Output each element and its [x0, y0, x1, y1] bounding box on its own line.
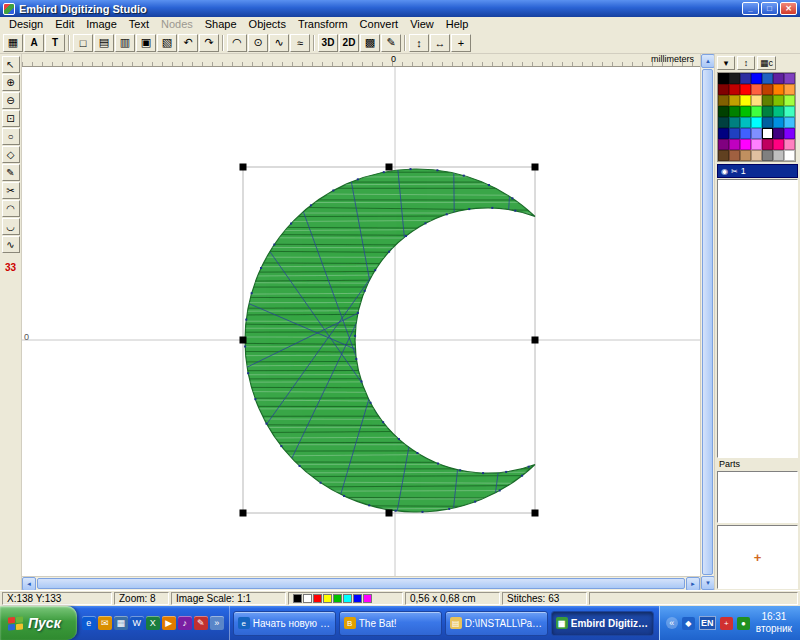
curve-tool[interactable]: ◡: [2, 218, 20, 235]
menu-item-image[interactable]: Image: [80, 17, 123, 32]
palette-swatch[interactable]: [762, 128, 773, 139]
menu-item-design[interactable]: Design: [3, 17, 49, 32]
mail-quicklaunch-icon[interactable]: ✉: [98, 616, 112, 630]
tray-monitor-icon[interactable]: ●: [737, 617, 750, 630]
language-indicator[interactable]: EN: [699, 616, 716, 630]
task-button[interactable]: eНачать новую тему :: В...: [233, 611, 336, 636]
flip-horizontal-button[interactable]: ↔: [430, 34, 450, 52]
copy-button[interactable]: ▧: [157, 34, 177, 52]
music-player-icon[interactable]: ♪: [178, 616, 192, 630]
palette-swatch[interactable]: [751, 106, 762, 117]
quicklaunch-overflow-icon[interactable]: »: [210, 616, 224, 630]
minimize-button[interactable]: _: [742, 2, 759, 15]
node-edit-button[interactable]: ⊙: [248, 34, 268, 52]
palette-swatch[interactable]: [729, 150, 740, 161]
design-svg[interactable]: [22, 67, 700, 576]
ie-quicklaunch-icon[interactable]: e: [82, 616, 96, 630]
selection-handle[interactable]: [240, 164, 247, 171]
palette-swatch[interactable]: [773, 73, 784, 84]
palette-swatch[interactable]: [729, 117, 740, 128]
fill-mode-button[interactable]: ≈: [290, 34, 310, 52]
menu-item-shape[interactable]: Shape: [199, 17, 243, 32]
knife-tool[interactable]: ✂: [2, 182, 20, 199]
tray-chevron-icon[interactable]: «: [666, 617, 678, 629]
taskbar-clock[interactable]: 16:31 вторник: [754, 611, 794, 635]
palette-swatch[interactable]: [784, 106, 795, 117]
palette-swatch[interactable]: [718, 84, 729, 95]
palette-swatch[interactable]: [740, 73, 751, 84]
arc-mode-button[interactable]: ◠: [227, 34, 247, 52]
palette-swatch[interactable]: [773, 139, 784, 150]
menu-item-transform[interactable]: Transform: [292, 17, 354, 32]
palette-swatch[interactable]: [762, 95, 773, 106]
palette-swatch[interactable]: [784, 117, 795, 128]
excel-quicklaunch-icon[interactable]: X: [146, 616, 160, 630]
palette-swatch[interactable]: [751, 117, 762, 128]
zoom-in-tool[interactable]: ⊕: [2, 74, 20, 91]
selection-handle[interactable]: [240, 337, 247, 344]
horizontal-scroll-thumb[interactable]: [37, 578, 685, 589]
palette-swatch[interactable]: [784, 95, 795, 106]
palette-swatch[interactable]: [729, 84, 740, 95]
redo-button[interactable]: ↷: [199, 34, 219, 52]
save-button[interactable]: ▣: [136, 34, 156, 52]
selection-handle[interactable]: [532, 337, 539, 344]
scroll-left-icon[interactable]: ◄: [22, 577, 36, 591]
palette-swatch[interactable]: [773, 150, 784, 161]
palette-swatch[interactable]: [773, 84, 784, 95]
close-button[interactable]: ✕: [780, 2, 797, 15]
media-player-icon[interactable]: ▶: [162, 616, 176, 630]
selection-handle[interactable]: [240, 510, 247, 517]
palette-swatch[interactable]: [762, 117, 773, 128]
palette-swatch[interactable]: [751, 139, 762, 150]
zoom-area-tool[interactable]: ⊡: [2, 110, 20, 127]
selection-handle[interactable]: [532, 510, 539, 517]
ellipse-tool[interactable]: ○: [2, 128, 20, 145]
palette-swatch[interactable]: [740, 150, 751, 161]
object-list-row[interactable]: ◉ ✂ 1: [717, 164, 798, 178]
new-button[interactable]: □: [73, 34, 93, 52]
import-button[interactable]: ▥: [115, 34, 135, 52]
palette-swatch[interactable]: [773, 128, 784, 139]
task-button[interactable]: ▤D:\INSTALL\Разное\Embird: [445, 611, 548, 636]
palette-swatch[interactable]: [751, 95, 762, 106]
task-button[interactable]: BThe Bat!: [339, 611, 442, 636]
palette-swatch[interactable]: [762, 106, 773, 117]
palette-swatch[interactable]: [784, 84, 795, 95]
scroll-up-icon[interactable]: ▲: [701, 54, 715, 68]
design-canvas[interactable]: 0: [22, 67, 700, 576]
edit-stitches-button[interactable]: ✎: [381, 34, 401, 52]
open-button[interactable]: ▤: [94, 34, 114, 52]
parts-list[interactable]: [717, 471, 798, 523]
palette-swatch[interactable]: [762, 73, 773, 84]
text-button[interactable]: T: [45, 34, 65, 52]
word-quicklaunch-icon[interactable]: W: [130, 616, 144, 630]
select-tool[interactable]: ↖: [2, 56, 20, 73]
palette-swatch[interactable]: [729, 128, 740, 139]
stitch-simulation-button[interactable]: ▩: [360, 34, 380, 52]
palette-sort-button[interactable]: ↕: [737, 56, 755, 70]
menu-item-view[interactable]: View: [404, 17, 440, 32]
palette-swatch[interactable]: [740, 117, 751, 128]
scroll-down-icon[interactable]: ▼: [701, 576, 715, 590]
palette-swatch[interactable]: [751, 150, 762, 161]
palette-swatch[interactable]: [751, 84, 762, 95]
task-button[interactable]: ▦Embird Digitizing Stud...: [551, 611, 654, 636]
palette-swatch[interactable]: [729, 73, 740, 84]
zoom-out-tool[interactable]: ⊖: [2, 92, 20, 109]
palette-swatch[interactable]: [773, 117, 784, 128]
palette-swatch[interactable]: [740, 139, 751, 150]
palette-swatch[interactable]: [762, 150, 773, 161]
palette-swatch[interactable]: [762, 139, 773, 150]
polygon-tool[interactable]: ◇: [2, 146, 20, 163]
scroll-right-icon[interactable]: ►: [686, 577, 700, 591]
palette-config-button[interactable]: ▦c: [757, 56, 776, 70]
paint-quicklaunch-icon[interactable]: ✎: [194, 616, 208, 630]
palette-swatch[interactable]: [729, 106, 740, 117]
tray-antivirus-icon[interactable]: +: [720, 617, 733, 630]
wave-tool[interactable]: ∿: [2, 236, 20, 253]
flip-vertical-button[interactable]: ↕: [409, 34, 429, 52]
maximize-button[interactable]: □: [761, 2, 778, 15]
palette-swatch[interactable]: [751, 73, 762, 84]
palette-swatch[interactable]: [784, 139, 795, 150]
